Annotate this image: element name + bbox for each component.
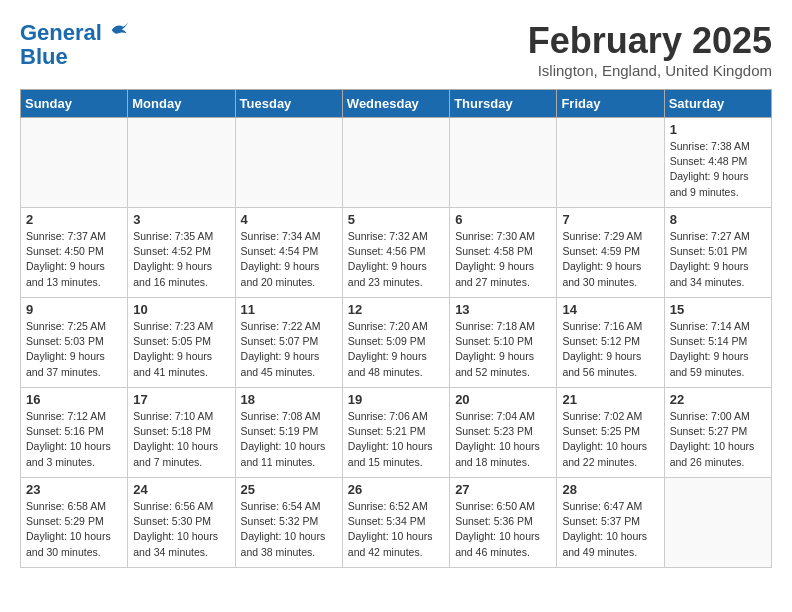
calendar-cell: 17Sunrise: 7:10 AM Sunset: 5:18 PM Dayli… <box>128 388 235 478</box>
header-sunday: Sunday <box>21 90 128 118</box>
calendar-cell: 4Sunrise: 7:34 AM Sunset: 4:54 PM Daylig… <box>235 208 342 298</box>
day-info: Sunrise: 7:20 AM Sunset: 5:09 PM Dayligh… <box>348 319 444 380</box>
day-info: Sunrise: 7:12 AM Sunset: 5:16 PM Dayligh… <box>26 409 122 470</box>
day-number: 3 <box>133 212 229 227</box>
day-info: Sunrise: 6:52 AM Sunset: 5:34 PM Dayligh… <box>348 499 444 560</box>
header-friday: Friday <box>557 90 664 118</box>
day-info: Sunrise: 7:10 AM Sunset: 5:18 PM Dayligh… <box>133 409 229 470</box>
calendar-cell: 22Sunrise: 7:00 AM Sunset: 5:27 PM Dayli… <box>664 388 771 478</box>
page-header: General Blue February 2025 Islington, En… <box>20 20 772 79</box>
day-number: 27 <box>455 482 551 497</box>
day-info: Sunrise: 7:29 AM Sunset: 4:59 PM Dayligh… <box>562 229 658 290</box>
day-number: 2 <box>26 212 122 227</box>
day-info: Sunrise: 7:34 AM Sunset: 4:54 PM Dayligh… <box>241 229 337 290</box>
logo-text-blue: Blue <box>20 44 68 69</box>
calendar-cell: 26Sunrise: 6:52 AM Sunset: 5:34 PM Dayli… <box>342 478 449 568</box>
day-info: Sunrise: 7:00 AM Sunset: 5:27 PM Dayligh… <box>670 409 766 470</box>
calendar-cell <box>557 118 664 208</box>
day-info: Sunrise: 7:23 AM Sunset: 5:05 PM Dayligh… <box>133 319 229 380</box>
calendar-cell: 13Sunrise: 7:18 AM Sunset: 5:10 PM Dayli… <box>450 298 557 388</box>
day-number: 12 <box>348 302 444 317</box>
day-number: 11 <box>241 302 337 317</box>
day-number: 15 <box>670 302 766 317</box>
calendar-cell <box>128 118 235 208</box>
day-number: 28 <box>562 482 658 497</box>
calendar-cell <box>342 118 449 208</box>
calendar-cell: 11Sunrise: 7:22 AM Sunset: 5:07 PM Dayli… <box>235 298 342 388</box>
day-info: Sunrise: 7:25 AM Sunset: 5:03 PM Dayligh… <box>26 319 122 380</box>
calendar-cell: 2Sunrise: 7:37 AM Sunset: 4:50 PM Daylig… <box>21 208 128 298</box>
calendar-cell <box>235 118 342 208</box>
day-info: Sunrise: 6:47 AM Sunset: 5:37 PM Dayligh… <box>562 499 658 560</box>
day-info: Sunrise: 6:58 AM Sunset: 5:29 PM Dayligh… <box>26 499 122 560</box>
header-tuesday: Tuesday <box>235 90 342 118</box>
calendar-cell: 12Sunrise: 7:20 AM Sunset: 5:09 PM Dayli… <box>342 298 449 388</box>
day-number: 23 <box>26 482 122 497</box>
calendar-cell: 9Sunrise: 7:25 AM Sunset: 5:03 PM Daylig… <box>21 298 128 388</box>
calendar-title: February 2025 <box>528 20 772 62</box>
day-number: 17 <box>133 392 229 407</box>
day-info: Sunrise: 7:16 AM Sunset: 5:12 PM Dayligh… <box>562 319 658 380</box>
calendar-cell: 5Sunrise: 7:32 AM Sunset: 4:56 PM Daylig… <box>342 208 449 298</box>
day-number: 10 <box>133 302 229 317</box>
day-info: Sunrise: 7:02 AM Sunset: 5:25 PM Dayligh… <box>562 409 658 470</box>
calendar-subtitle: Islington, England, United Kingdom <box>528 62 772 79</box>
day-number: 24 <box>133 482 229 497</box>
calendar-cell: 25Sunrise: 6:54 AM Sunset: 5:32 PM Dayli… <box>235 478 342 568</box>
calendar-cell: 16Sunrise: 7:12 AM Sunset: 5:16 PM Dayli… <box>21 388 128 478</box>
day-info: Sunrise: 7:35 AM Sunset: 4:52 PM Dayligh… <box>133 229 229 290</box>
calendar-week-row: 2Sunrise: 7:37 AM Sunset: 4:50 PM Daylig… <box>21 208 772 298</box>
day-info: Sunrise: 7:22 AM Sunset: 5:07 PM Dayligh… <box>241 319 337 380</box>
calendar-cell: 15Sunrise: 7:14 AM Sunset: 5:14 PM Dayli… <box>664 298 771 388</box>
day-number: 20 <box>455 392 551 407</box>
day-number: 18 <box>241 392 337 407</box>
calendar-cell: 18Sunrise: 7:08 AM Sunset: 5:19 PM Dayli… <box>235 388 342 478</box>
day-number: 21 <box>562 392 658 407</box>
day-number: 7 <box>562 212 658 227</box>
calendar-header-row: SundayMondayTuesdayWednesdayThursdayFrid… <box>21 90 772 118</box>
calendar-cell <box>21 118 128 208</box>
day-info: Sunrise: 7:37 AM Sunset: 4:50 PM Dayligh… <box>26 229 122 290</box>
logo-bird-icon <box>110 20 130 40</box>
header-monday: Monday <box>128 90 235 118</box>
calendar-cell: 1Sunrise: 7:38 AM Sunset: 4:48 PM Daylig… <box>664 118 771 208</box>
calendar-cell: 19Sunrise: 7:06 AM Sunset: 5:21 PM Dayli… <box>342 388 449 478</box>
day-number: 8 <box>670 212 766 227</box>
calendar-week-row: 16Sunrise: 7:12 AM Sunset: 5:16 PM Dayli… <box>21 388 772 478</box>
header-saturday: Saturday <box>664 90 771 118</box>
calendar-cell: 14Sunrise: 7:16 AM Sunset: 5:12 PM Dayli… <box>557 298 664 388</box>
day-info: Sunrise: 7:32 AM Sunset: 4:56 PM Dayligh… <box>348 229 444 290</box>
day-info: Sunrise: 7:30 AM Sunset: 4:58 PM Dayligh… <box>455 229 551 290</box>
calendar-week-row: 23Sunrise: 6:58 AM Sunset: 5:29 PM Dayli… <box>21 478 772 568</box>
day-number: 14 <box>562 302 658 317</box>
header-wednesday: Wednesday <box>342 90 449 118</box>
day-info: Sunrise: 7:04 AM Sunset: 5:23 PM Dayligh… <box>455 409 551 470</box>
calendar-table: SundayMondayTuesdayWednesdayThursdayFrid… <box>20 89 772 568</box>
calendar-cell: 8Sunrise: 7:27 AM Sunset: 5:01 PM Daylig… <box>664 208 771 298</box>
calendar-cell: 28Sunrise: 6:47 AM Sunset: 5:37 PM Dayli… <box>557 478 664 568</box>
calendar-cell: 23Sunrise: 6:58 AM Sunset: 5:29 PM Dayli… <box>21 478 128 568</box>
logo-text-general: General <box>20 20 102 45</box>
calendar-cell: 27Sunrise: 6:50 AM Sunset: 5:36 PM Dayli… <box>450 478 557 568</box>
day-number: 13 <box>455 302 551 317</box>
calendar-cell: 7Sunrise: 7:29 AM Sunset: 4:59 PM Daylig… <box>557 208 664 298</box>
header-thursday: Thursday <box>450 90 557 118</box>
calendar-cell <box>450 118 557 208</box>
day-info: Sunrise: 7:14 AM Sunset: 5:14 PM Dayligh… <box>670 319 766 380</box>
day-info: Sunrise: 7:08 AM Sunset: 5:19 PM Dayligh… <box>241 409 337 470</box>
title-block: February 2025 Islington, England, United… <box>528 20 772 79</box>
day-number: 26 <box>348 482 444 497</box>
calendar-cell: 21Sunrise: 7:02 AM Sunset: 5:25 PM Dayli… <box>557 388 664 478</box>
day-number: 16 <box>26 392 122 407</box>
calendar-cell: 10Sunrise: 7:23 AM Sunset: 5:05 PM Dayli… <box>128 298 235 388</box>
day-info: Sunrise: 7:27 AM Sunset: 5:01 PM Dayligh… <box>670 229 766 290</box>
calendar-cell: 6Sunrise: 7:30 AM Sunset: 4:58 PM Daylig… <box>450 208 557 298</box>
day-number: 4 <box>241 212 337 227</box>
day-number: 19 <box>348 392 444 407</box>
calendar-cell: 24Sunrise: 6:56 AM Sunset: 5:30 PM Dayli… <box>128 478 235 568</box>
day-info: Sunrise: 7:18 AM Sunset: 5:10 PM Dayligh… <box>455 319 551 380</box>
calendar-week-row: 9Sunrise: 7:25 AM Sunset: 5:03 PM Daylig… <box>21 298 772 388</box>
day-number: 25 <box>241 482 337 497</box>
day-number: 6 <box>455 212 551 227</box>
calendar-cell: 20Sunrise: 7:04 AM Sunset: 5:23 PM Dayli… <box>450 388 557 478</box>
